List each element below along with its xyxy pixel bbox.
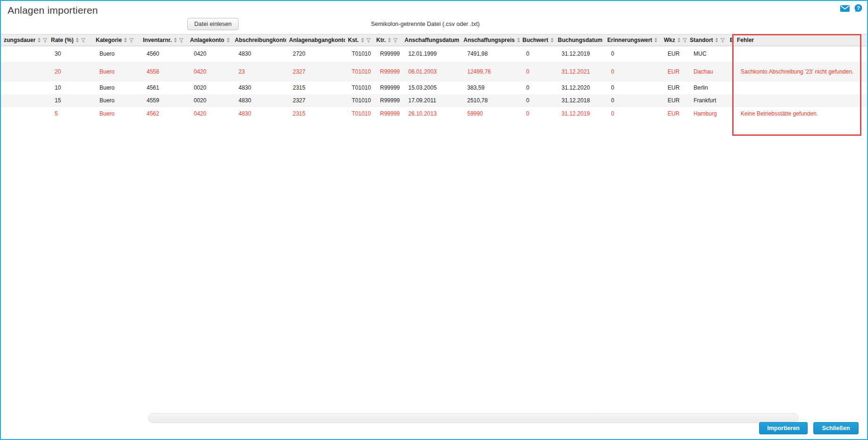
cell-inventarnr: 4559	[140, 94, 187, 107]
column-header-kategorie[interactable]: Kategorie	[93, 34, 140, 46]
cell-b	[727, 46, 734, 62]
filter-icon[interactable]	[231, 37, 232, 43]
close-button[interactable]: Schließen	[813, 422, 859, 434]
import-button[interactable]: Importieren	[759, 422, 808, 434]
sort-icon[interactable]	[76, 38, 79, 42]
cell-rate: 30	[48, 46, 93, 62]
cell-wkz: EUR	[661, 94, 687, 107]
column-header-rate[interactable]: Rate (%)	[48, 34, 93, 46]
cell-anlagenabgangkonto: 2315	[286, 107, 345, 120]
column-header-zungsdauer[interactable]: zungsdauer	[1, 34, 48, 46]
table-row[interactable]: 5Buero4562042048302315T01010R9999926.10.…	[1, 107, 868, 120]
column-header-buchwert[interactable]: Buchwert	[520, 34, 555, 46]
cell-buchungsdatum: 31.12.2018	[555, 94, 604, 107]
cell-b	[727, 107, 734, 120]
cell-b	[727, 94, 734, 107]
cell-anlagekonto: 0420	[187, 62, 232, 82]
table-row[interactable]: 10Buero4561002048302315T01010R9999915.03…	[1, 82, 868, 94]
cell-inventarnr: 4560	[140, 46, 187, 62]
column-header-buchungsdatum[interactable]: Buchungsdatum	[555, 34, 604, 46]
titlebar: Anlagen importieren	[8, 5, 98, 16]
sort-icon[interactable]	[715, 38, 718, 42]
sort-icon[interactable]	[551, 38, 554, 42]
filter-icon[interactable]	[719, 37, 725, 43]
cell-anschaffungspreis: 2510,78	[461, 94, 520, 107]
cell-kst: T01010	[345, 107, 373, 120]
column-label: Kategorie	[96, 37, 122, 43]
filter-icon[interactable]	[41, 37, 47, 43]
cell-standort: Berlin	[687, 82, 727, 94]
svg-text:?: ?	[857, 5, 860, 11]
sort-icon[interactable]	[174, 38, 177, 42]
cell-kategorie: Buero	[93, 82, 140, 94]
column-header-wkz[interactable]: Wkz	[661, 34, 687, 46]
cell-inventarnr: 4558	[140, 62, 187, 82]
filter-icon[interactable]	[392, 37, 397, 43]
sort-icon[interactable]	[38, 38, 41, 42]
cell-rate: 15	[48, 94, 93, 107]
cell-zungsdauer	[1, 82, 48, 94]
column-header-anlagenabgangkonto[interactable]: Anlagenabgangkonto	[286, 34, 345, 46]
cell-wkz: EUR	[661, 82, 687, 94]
cell-b	[727, 62, 734, 82]
filter-icon[interactable]	[128, 37, 133, 43]
sort-icon[interactable]	[517, 38, 520, 42]
cell-buchungsdatum: 31.12.2019	[555, 107, 604, 120]
filter-icon[interactable]	[554, 37, 555, 43]
cell-kst: T01010	[345, 46, 373, 62]
sort-icon[interactable]	[654, 38, 657, 42]
column-header-b[interactable]: B	[727, 34, 734, 46]
cell-fehler	[734, 82, 868, 94]
filter-icon[interactable]	[365, 37, 371, 43]
column-label: Rate (%)	[51, 37, 74, 43]
sort-icon[interactable]	[124, 38, 127, 42]
cell-erinnerungswert: 0	[604, 82, 661, 94]
read-file-button[interactable]: Datei einlesen	[187, 18, 239, 30]
cell-anschaffungspreis: 59990	[461, 107, 520, 120]
horizontal-scrollbar-thumb[interactable]	[148, 413, 799, 423]
mail-icon[interactable]	[840, 5, 850, 12]
table-row[interactable]: 15Buero4559002048302327T01010R9999917.09…	[1, 94, 868, 107]
cell-abschreibungkonto: 4830	[232, 94, 286, 107]
column-label: Erinnerungswert	[607, 37, 652, 43]
cell-ktr: R99999	[373, 107, 402, 120]
sort-icon[interactable]	[678, 38, 680, 42]
column-header-inventarnr[interactable]: Inventarnr.	[140, 34, 187, 46]
assets-grid: zungsdauerRate (%)KategorieInventarnr.An…	[1, 34, 868, 120]
table-row[interactable]: 20Buero45580420232327T01010R9999906.01.2…	[1, 62, 868, 82]
cell-abschreibungkonto: 4830	[232, 107, 286, 120]
column-label: Wkz	[664, 37, 675, 43]
cell-abschreibungkonto: 4830	[232, 46, 286, 62]
cell-anschaffungsdatum: 26.10.2013	[402, 107, 461, 120]
cell-erinnerungswert: 0	[604, 107, 661, 120]
cell-anschaffungsdatum: 06.01.2003	[402, 62, 461, 82]
sort-icon[interactable]	[361, 38, 364, 42]
column-header-ktr[interactable]: Ktr.	[373, 34, 402, 46]
cell-zungsdauer	[1, 107, 48, 120]
cell-standort: Hamburg	[687, 107, 727, 120]
cell-buchwert: 0	[520, 94, 555, 107]
cell-rate: 5	[48, 107, 93, 120]
help-icon[interactable]: ?	[854, 4, 862, 12]
column-header-standort[interactable]: Standort	[687, 34, 727, 46]
sort-icon[interactable]	[388, 38, 391, 42]
column-header-fehler[interactable]: Fehler	[734, 34, 868, 46]
table-row[interactable]: 30Buero4560042048302720T01010R9999912.01…	[1, 46, 868, 62]
filter-icon[interactable]	[80, 37, 85, 43]
column-label: Buchungsdatum	[558, 37, 603, 43]
column-header-anlagekonto[interactable]: Anlagekonto	[187, 34, 232, 46]
column-header-anschaffungsdatum[interactable]: Anschaffungsdatum	[402, 34, 461, 46]
cell-anlagenabgangkonto: 2327	[286, 94, 345, 107]
column-header-anschaffungspreis[interactable]: Anschaffungspreis	[461, 34, 520, 46]
filter-icon[interactable]	[681, 37, 687, 43]
cell-anlagenabgangkonto: 2327	[286, 62, 345, 82]
column-header-kst[interactable]: Kst.	[345, 34, 373, 46]
column-label: B	[730, 37, 734, 43]
filter-icon[interactable]	[178, 37, 183, 43]
cell-buchwert: 0	[520, 62, 555, 82]
sort-icon[interactable]	[227, 38, 230, 42]
column-header-erinnerungswert[interactable]: Erinnerungswert	[604, 34, 661, 46]
cell-inventarnr: 4562	[140, 107, 187, 120]
column-label: Anlagenabgangkonto	[289, 37, 345, 43]
column-header-abschreibungkonto[interactable]: Abschreibungkonto	[232, 34, 286, 46]
